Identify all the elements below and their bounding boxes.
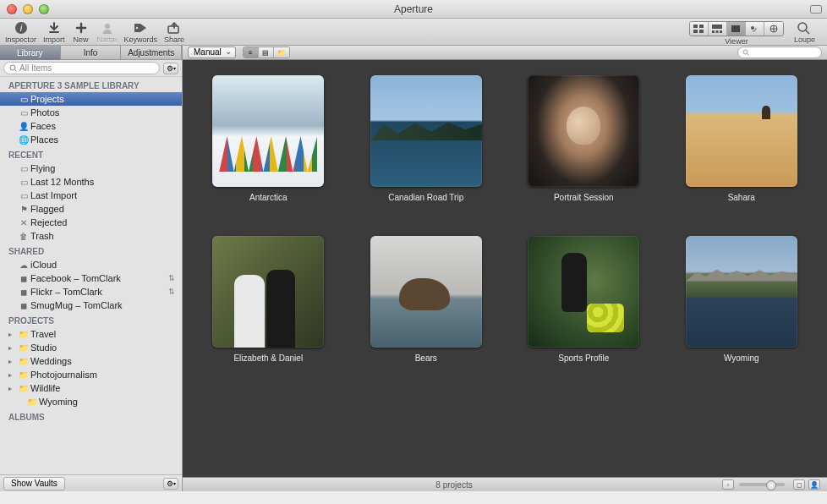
smart-icon: ▭ (17, 178, 30, 187)
project-label: Bears (415, 353, 437, 363)
svg-point-14 (751, 26, 754, 30)
section-projects: PROJECTS (0, 312, 182, 327)
window-title: Aperture (0, 3, 827, 15)
new-button[interactable]: New (72, 21, 90, 44)
project-thumbnail (686, 236, 797, 348)
view-folder-button[interactable]: 📁 (274, 47, 289, 58)
sidebar-item-label: Places (30, 134, 58, 145)
folder-icon: 📁 (17, 370, 30, 380)
viewer-fullscreen-button[interactable] (746, 22, 764, 36)
sidebar-item-label: Facebook – TomClark (30, 273, 121, 283)
trash-icon: 🗑 (17, 232, 30, 241)
svg-rect-4 (168, 26, 178, 33)
project-label: Elizabeth & Daniel (233, 353, 303, 363)
sidebar-item-label: Trash (30, 231, 54, 241)
project-thumbnail (370, 75, 482, 187)
svg-point-18 (743, 50, 748, 54)
thumbnail-size-slider[interactable] (739, 483, 785, 486)
sidebar-item-facebook-tomclark[interactable]: ◼Facebook – TomClark⇅ (0, 271, 182, 285)
sidebar-item-wyoming[interactable]: 📁Wyoming (0, 395, 182, 408)
viewer-web-button[interactable] (764, 22, 783, 36)
sidebar-item-label: Photojournalism (30, 370, 97, 380)
toolbar: i Inspector Import New Name Keywords Sha… (0, 19, 827, 46)
project-portrait-session[interactable]: Portrait Session (523, 75, 644, 202)
sidebar-item-icloud[interactable]: ☁iCloud (0, 258, 182, 271)
sync-icon: ⇅ (168, 288, 175, 296)
svg-point-2 (105, 24, 110, 29)
sidebar-item-travel[interactable]: ▸📁Travel (0, 327, 182, 341)
sidebar-gear-button[interactable]: ⚙▾ (163, 478, 178, 490)
metadata-toggle-button[interactable]: 👤 (808, 479, 820, 490)
tab-library[interactable]: Library (0, 46, 61, 60)
svg-rect-5 (693, 25, 698, 28)
sidebar-item-studio[interactable]: ▸📁Studio (0, 341, 182, 354)
sidebar-item-projects[interactable]: ▭Projects (0, 92, 182, 106)
project-canadian-road-trip[interactable]: Canadian Road Trip (366, 75, 487, 202)
svg-rect-10 (712, 30, 715, 33)
viewer-single-button[interactable] (727, 22, 746, 36)
sidebar-item-rejected[interactable]: ✕Rejected (0, 216, 182, 229)
sidebar-item-label: Projects (30, 94, 64, 104)
keywords-button[interactable]: Keywords (124, 21, 158, 44)
import-button[interactable]: Import (43, 21, 65, 44)
library-search-input[interactable]: All Items (3, 62, 160, 74)
sidebar-item-flying[interactable]: ▭Flying (0, 162, 182, 175)
photos-icon: ▭ (17, 108, 30, 118)
svg-point-16 (798, 23, 807, 31)
sidebar-item-label: Wyoming (39, 397, 78, 407)
flag-icon: ⚑ (17, 205, 30, 214)
inspector-button[interactable]: i Inspector (5, 21, 36, 44)
library-gear-button[interactable]: ⚙▾ (163, 63, 178, 74)
project-label: Portrait Session (554, 193, 614, 202)
project-wyoming[interactable]: Wyoming (682, 236, 802, 363)
sidebar-item-faces[interactable]: 👤Faces (0, 119, 182, 133)
sidebar-item-trash[interactable]: 🗑Trash (0, 229, 182, 243)
sidebar-item-label: Photos (30, 107, 59, 118)
project-antarctica[interactable]: Antarctica (208, 75, 329, 202)
sidebar-item-places[interactable]: 🌐Places (0, 133, 182, 146)
project-label: Wyoming (724, 353, 759, 363)
svg-point-17 (10, 65, 15, 70)
reject-icon: ✕ (17, 218, 30, 227)
loupe-button[interactable]: Loupe (794, 21, 815, 44)
sidebar-item-weddings[interactable]: ▸📁Weddings (0, 354, 182, 368)
browser-search-input[interactable] (737, 47, 822, 58)
sidebar-item-flagged[interactable]: ⚑Flagged (0, 202, 182, 216)
sidebar: Library Info Adjustments All Items ⚙▾ AP… (0, 46, 183, 491)
view-info-button[interactable]: ▤ (259, 47, 274, 58)
project-elizabeth-daniel[interactable]: Elizabeth & Daniel (208, 236, 329, 363)
tab-info[interactable]: Info (61, 46, 122, 60)
sort-select[interactable]: Manual (188, 47, 236, 58)
project-sahara[interactable]: Sahara (682, 75, 802, 202)
facebook-icon: ◼ (17, 274, 30, 283)
thumb-large-icon[interactable]: ◻ (793, 479, 805, 490)
svg-rect-13 (731, 25, 740, 32)
sidebar-item-smugmug-tomclark[interactable]: ◼SmugMug – TomClark (0, 299, 182, 312)
projects-icon: ▭ (17, 95, 30, 104)
sidebar-item-last-12-months[interactable]: ▭Last 12 Months (0, 175, 182, 189)
project-bears[interactable]: Bears (366, 236, 487, 363)
viewer-grid-button[interactable] (690, 22, 709, 36)
sidebar-item-photos[interactable]: ▭Photos (0, 106, 182, 119)
thumb-small-icon[interactable]: ▫ (722, 479, 734, 490)
show-vaults-button[interactable]: Show Vaults (3, 477, 65, 490)
share-button[interactable]: Share (164, 21, 184, 44)
viewer-split-button[interactable] (709, 22, 727, 36)
view-list-button[interactable]: ≡ (244, 47, 259, 58)
sidebar-item-wildlife[interactable]: ▸📁Wildlife (0, 381, 182, 395)
folder-icon: 📁 (25, 397, 39, 407)
section-library: APERTURE 3 SAMPLE LIBRARY (0, 77, 182, 92)
sidebar-item-flickr-tomclark[interactable]: ◼Flickr – TomClark⇅ (0, 285, 182, 299)
toolbar-toggle-icon[interactable] (810, 5, 822, 14)
sidebar-item-photojournalism[interactable]: ▸📁Photojournalism (0, 368, 182, 381)
folder-icon: 📁 (17, 384, 30, 393)
sidebar-item-last-import[interactable]: ▭Last Import (0, 189, 182, 202)
section-albums: ALBUMS (0, 408, 182, 424)
tab-adjustments[interactable]: Adjustments (121, 46, 182, 60)
project-sports-profile[interactable]: Sports Profile (523, 236, 644, 363)
project-thumbnail (370, 236, 482, 348)
section-shared: SHARED (0, 243, 182, 258)
places-icon: 🌐 (17, 135, 30, 145)
project-label: Antarctica (249, 193, 287, 202)
svg-rect-8 (699, 30, 704, 33)
